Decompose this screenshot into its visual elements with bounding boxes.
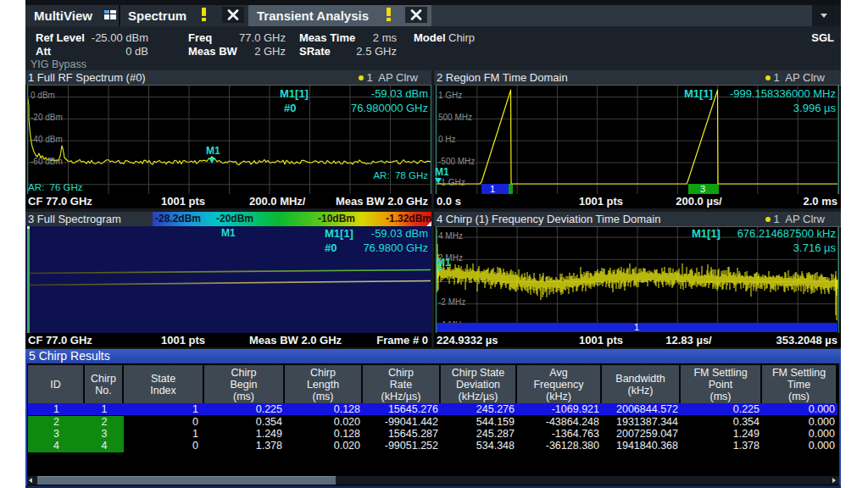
- svg-text:1: 1: [634, 322, 639, 332]
- svg-text:-1 GHz: -1 GHz: [438, 178, 465, 187]
